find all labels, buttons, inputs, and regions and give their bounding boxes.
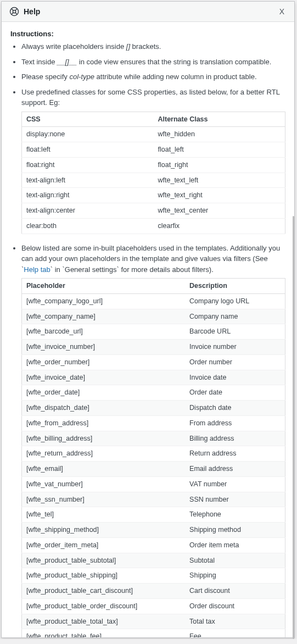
- table-cell: [wfte_product_table_order_discount]: [22, 598, 186, 614]
- scrollbar[interactable]: [293, 216, 294, 639]
- table-row: [wfte_product_table_subtotal]Subtotal: [22, 553, 285, 568]
- table-row: text-align:centerwfte_text_center: [22, 203, 285, 219]
- table-row: text-align:rightwfte_text_right: [22, 188, 285, 203]
- table-cell: Shipping: [185, 568, 285, 584]
- table-row: [wfte_barcode_url]Barcode URL: [22, 324, 285, 340]
- table-row: [wfte_dispatch_date]Dispatch date: [22, 401, 285, 416]
- table-cell: Company logo URL: [185, 293, 285, 309]
- table-cell: Order number: [185, 354, 285, 370]
- table-cell: text-align:center: [22, 203, 154, 219]
- table-cell: [wfte_product_table_cart_discount]: [22, 584, 186, 599]
- table-cell: [wfte_tel]: [22, 507, 186, 523]
- instruction-text: Text inside: [21, 58, 57, 66]
- modal-header: Help X: [2, 2, 294, 22]
- table-row: display:nonewfte_hidden: [22, 127, 285, 142]
- table-cell: wfte_text_center: [154, 203, 285, 219]
- table-row: [wfte_ssn_number]SSN number: [22, 492, 285, 507]
- help-icon: [9, 7, 19, 16]
- table-row: [wfte_invoice_date]Invoice date: [22, 370, 285, 385]
- css-table-header: Alternate Class: [154, 112, 285, 127]
- table-cell: [wfte_company_name]: [22, 309, 186, 324]
- table-cell: clearfix: [154, 218, 285, 234]
- help-tab-link[interactable]: Help tab: [24, 265, 50, 274]
- help-modal: Help X Instructions: Always write placeh…: [1, 1, 295, 638]
- table-row: [wfte_product_table_cart_discount]Cart d…: [22, 584, 285, 599]
- close-button[interactable]: X: [277, 6, 287, 17]
- table-row: [wfte_company_name]Company name: [22, 309, 285, 324]
- table-cell: Billing address: [185, 431, 285, 446]
- table-cell: Order item meta: [185, 537, 285, 553]
- table-row: [wfte_email]Email address: [22, 462, 285, 477]
- table-row: [wfte_vat_number]VAT number: [22, 476, 285, 492]
- table-cell: [wfte_order_item_meta]: [22, 537, 186, 553]
- table-cell: clear:both: [22, 218, 154, 234]
- css-table-wrap: CSS Alternate Class display:nonewfte_hid…: [21, 112, 285, 234]
- table-cell: Barcode URL: [185, 324, 285, 340]
- table-cell: Telephone: [185, 507, 285, 523]
- table-cell: [wfte_vat_number]: [22, 476, 186, 492]
- table-cell: display:none: [22, 127, 154, 142]
- table-cell: wfte_hidden: [154, 127, 285, 142]
- table-cell: SSN number: [185, 492, 285, 507]
- table-row: [wfte_tel]Telephone: [22, 507, 285, 523]
- table-cell: [wfte_email]: [22, 462, 186, 477]
- instruction-text: Always write placeholders inside: [21, 42, 126, 51]
- table-cell: [wfte_dispatch_date]: [22, 401, 186, 416]
- table-cell: Return address: [185, 446, 285, 462]
- table-cell: VAT number: [185, 476, 285, 492]
- table-cell: [wfte_ssn_number]: [22, 492, 186, 507]
- modal-title-wrap: Help: [9, 7, 40, 16]
- table-cell: text-align:left: [22, 173, 154, 188]
- table-row: float:rightfloat_right: [22, 157, 285, 173]
- table-cell: wfte_text_left: [154, 173, 285, 188]
- instruction-item: Text inside __[]__ in code view ensures …: [21, 57, 285, 68]
- table-cell: [wfte_product_table_subtotal]: [22, 553, 186, 568]
- table-cell: float:left: [22, 142, 154, 158]
- table-cell: [wfte_order_number]: [22, 354, 186, 370]
- instruction-item: Below listed are some in-built placehold…: [21, 243, 285, 638]
- table-cell: Company name: [185, 309, 285, 324]
- instruction-item: Use predefined classes for some CSS prop…: [21, 87, 285, 234]
- table-cell: Subtotal: [185, 553, 285, 568]
- table-row: [wfte_product_table_total_tax]Total tax: [22, 614, 285, 629]
- instruction-text: brackets.: [130, 42, 161, 51]
- css-table-header: CSS: [22, 112, 154, 127]
- table-cell: [wfte_shipping_method]: [22, 523, 186, 538]
- ph-table-header: Placeholder: [22, 279, 186, 294]
- table-cell: Invoice date: [185, 370, 285, 385]
- table-cell: [wfte_barcode_url]: [22, 324, 186, 340]
- instruction-text: Below listed are some in-built placehold…: [21, 244, 280, 263]
- table-cell: Fee: [185, 629, 285, 637]
- table-cell: [wfte_product_table_fee]: [22, 629, 186, 637]
- table-cell: Invoice number: [185, 340, 285, 355]
- table-cell: From address: [185, 415, 285, 431]
- table-cell: [wfte_company_logo_url]: [22, 293, 186, 309]
- table-cell: Shipping method: [185, 523, 285, 538]
- brackets-literal: []: [126, 42, 130, 51]
- table-row: [wfte_product_table_shipping]Shipping: [22, 568, 285, 584]
- table-row: text-align:leftwfte_text_left: [22, 173, 285, 188]
- modal-title: Help: [24, 7, 40, 16]
- table-cell: text-align:right: [22, 188, 154, 203]
- table-cell: [wfte_order_date]: [22, 385, 186, 401]
- instruction-text: Use predefined classes for some CSS prop…: [21, 88, 279, 107]
- instruction-text: Please specify: [21, 73, 69, 81]
- modal-body: Instructions: Always write placeholders …: [2, 22, 294, 637]
- table-row: clear:bothclearfix: [22, 218, 285, 234]
- ph-table-wrap: Placeholder Description [wfte_company_lo…: [21, 278, 285, 637]
- table-cell: Order discount: [185, 598, 285, 614]
- instruction-item: Always write placeholders inside [] brac…: [21, 41, 285, 52]
- table-row: [wfte_return_address]Return address: [22, 446, 285, 462]
- general-settings-literal: `General settings`: [62, 265, 119, 274]
- table-row: [wfte_invoice_number]Invoice number: [22, 340, 285, 355]
- table-cell: wfte_text_right: [154, 188, 285, 203]
- placeholder-table: Placeholder Description [wfte_company_lo…: [21, 278, 285, 637]
- ph-table-header: Description: [185, 279, 285, 294]
- table-row: [wfte_shipping_method]Shipping method: [22, 523, 285, 538]
- table-row: [wfte_product_table_order_discount]Order…: [22, 598, 285, 614]
- table-cell: [wfte_billing_address]: [22, 431, 186, 446]
- table-row: [wfte_order_number]Order number: [22, 354, 285, 370]
- table-cell: float_right: [154, 157, 285, 173]
- table-cell: Cart discount: [185, 584, 285, 599]
- wrap-literal: __[]__: [57, 58, 77, 66]
